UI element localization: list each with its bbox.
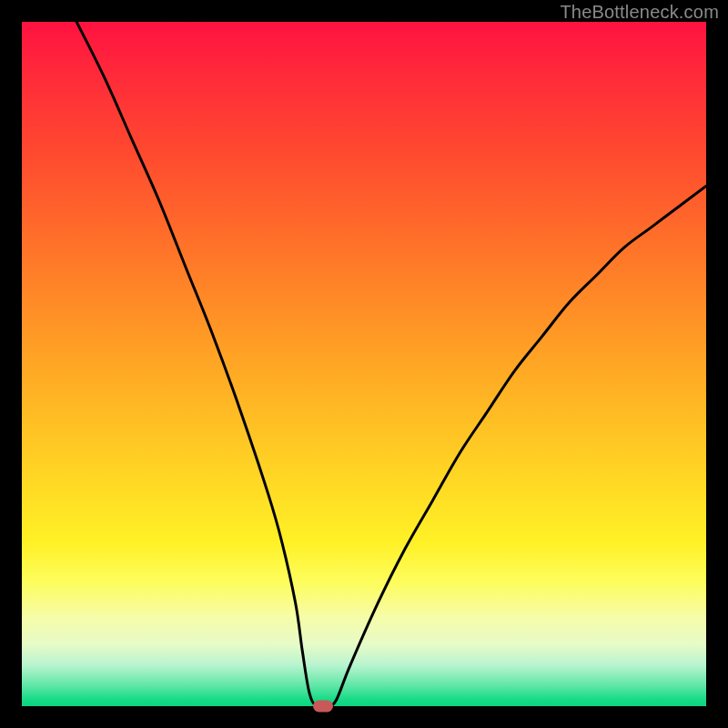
minimum-marker bbox=[313, 701, 333, 713]
outer-frame: TheBottleneck.com bbox=[0, 0, 728, 728]
curve-svg bbox=[22, 22, 706, 706]
plot-area bbox=[22, 22, 706, 706]
watermark-text: TheBottleneck.com bbox=[560, 2, 719, 23]
bottleneck-curve bbox=[76, 22, 706, 706]
